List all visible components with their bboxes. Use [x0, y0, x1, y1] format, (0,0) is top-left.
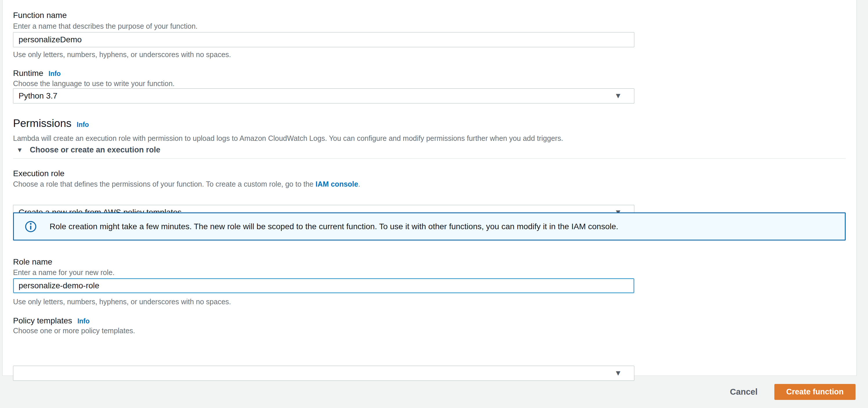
- permissions-heading: Permissions: [13, 117, 72, 130]
- basic-information-panel: Function name Enter a name that describe…: [2, 0, 857, 376]
- role-name-description: Enter a name for your new role.: [13, 268, 115, 277]
- create-function-button[interactable]: Create function: [774, 384, 856, 400]
- function-name-hint: Use only letters, numbers, hyphens, or u…: [13, 50, 231, 59]
- policy-templates-description: Choose one or more policy templates.: [13, 326, 135, 335]
- permissions-description: Lambda will create an execution role wit…: [13, 134, 563, 143]
- runtime-label-row: Runtime Info: [13, 68, 61, 78]
- footer-action-bar: Cancel Create function: [0, 376, 868, 408]
- runtime-info-link[interactable]: Info: [49, 70, 61, 78]
- execution-role-expander[interactable]: ▼ Choose or create an execution role: [13, 146, 160, 154]
- role-name-input[interactable]: [13, 278, 634, 293]
- section-divider: [13, 158, 846, 159]
- execution-role-description-suffix: .: [358, 180, 360, 188]
- runtime-description: Choose the language to use to write your…: [13, 79, 175, 88]
- expander-arrow-icon: ▼: [17, 146, 23, 154]
- function-name-label: Function name: [13, 10, 67, 20]
- role-name-hint: Use only letters, numbers, hyphens, or u…: [13, 297, 231, 306]
- execution-role-description: Choose a role that defines the permissio…: [13, 180, 360, 189]
- permissions-heading-row: Permissions Info: [13, 117, 89, 130]
- info-icon: [25, 221, 37, 233]
- function-name-input[interactable]: [13, 32, 634, 47]
- banner-text: Role creation might take a few minutes. …: [50, 222, 618, 231]
- runtime-select-value: Python 3.7: [19, 91, 57, 100]
- permissions-info-link[interactable]: Info: [77, 121, 89, 129]
- execution-role-description-prefix: Choose a role that defines the permissio…: [13, 180, 315, 188]
- role-creation-info-banner: Role creation might take a few minutes. …: [13, 212, 846, 241]
- execution-role-label: Execution role: [13, 169, 64, 179]
- expander-label: Choose or create an execution role: [30, 146, 160, 154]
- dropdown-arrow-icon: ▼: [614, 92, 622, 99]
- runtime-select[interactable]: Python 3.7 ▼: [13, 88, 634, 103]
- role-name-label: Role name: [13, 257, 52, 267]
- cancel-button[interactable]: Cancel: [730, 387, 757, 397]
- iam-console-link[interactable]: IAM console: [315, 180, 358, 188]
- policy-templates-label-row: Policy templates Info: [13, 316, 90, 326]
- policy-templates-info-link[interactable]: Info: [78, 317, 90, 325]
- policy-templates-label: Policy templates: [13, 316, 72, 326]
- function-name-description: Enter a name that describes the purpose …: [13, 22, 198, 31]
- runtime-label: Runtime: [13, 68, 43, 78]
